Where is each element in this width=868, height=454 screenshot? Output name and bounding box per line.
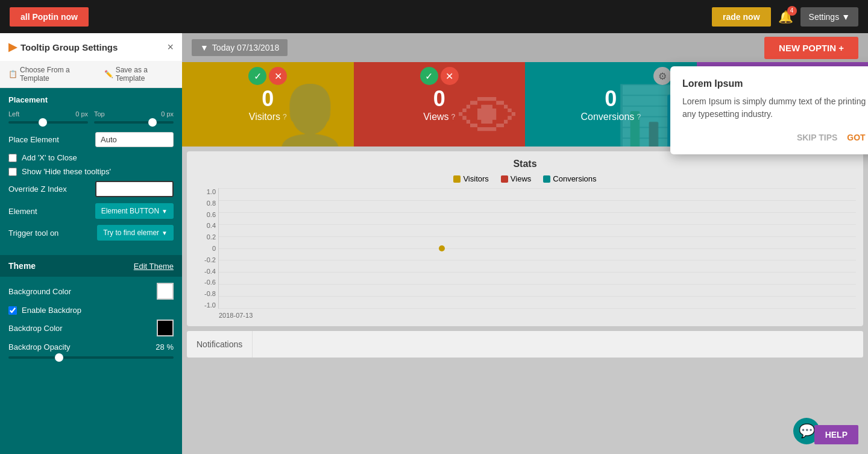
place-element-row: Place Element (8, 132, 174, 147)
conversions-label: Conversions ? (580, 112, 641, 122)
show-hide-label: Show 'Hide these tooltips' (22, 167, 111, 176)
bg-color-label: Background Color (8, 287, 71, 296)
gridline-5 (219, 236, 856, 237)
sidebar-header: ▶ Tooltip Group Settings × (0, 33, 182, 61)
gridline-9 (219, 284, 856, 285)
sidebar-icon: ▶ (8, 40, 17, 54)
sidebar-templates: 📋 Choose From a Template ✏️ Save as a Te… (0, 61, 182, 88)
override-z-input[interactable] (95, 181, 174, 197)
left-slider-thumb[interactable] (39, 118, 47, 127)
gridline-10 (219, 296, 856, 297)
show-hide-tooltips-row: Show 'Hide these tooltips' (8, 167, 174, 176)
backdrop-color-swatch[interactable] (157, 320, 174, 336)
element-caret: ▼ (162, 208, 168, 215)
new-poptin-button[interactable]: NEW POPTIN + (764, 37, 858, 59)
gridline-3 (219, 212, 856, 213)
chart-container: 1.0 0.8 0.6 0.4 0.2 0 -0.2 -0.4 -0.6 -0.… (194, 188, 856, 309)
date-bar: ▼ Today 07/13/2018 NEW POPTIN + (182, 33, 868, 62)
element-button[interactable]: Element BUTTON ▼ (95, 203, 174, 219)
place-element-label: Place Element (8, 135, 59, 144)
choose-template-button[interactable]: 📋 Choose From a Template (8, 66, 95, 83)
main-layout: ▶ Tooltip Group Settings × 📋 Choose From… (0, 33, 868, 454)
add-x-close-checkbox[interactable] (8, 154, 17, 162)
gridline-1 (219, 188, 856, 189)
edit-theme-button[interactable]: Edit Theme (134, 262, 174, 271)
bell-badge: 4 (787, 6, 797, 16)
gridline-8 (219, 272, 856, 273)
topbar-left: all Poptin now (10, 7, 89, 27)
chat-icon: 💬 (799, 423, 815, 439)
left-slider[interactable] (8, 121, 88, 124)
visitors-help-icon[interactable]: ? (283, 113, 287, 121)
conversions-help-icon[interactable]: ? (637, 113, 641, 121)
settings-menu[interactable]: Settings ▼ (800, 7, 858, 27)
conversions-settings-button[interactable]: ⚙ (653, 67, 671, 85)
place-element-input[interactable] (95, 132, 174, 147)
visitors-confirm-button[interactable]: ✓ (248, 67, 266, 85)
gridline-11 (219, 308, 856, 309)
placement-section: Placement Left 0 px Top 0 px (0, 88, 182, 254)
backdrop-color-row: Backdrop Color (0, 320, 182, 336)
backdrop-opacity-value: 28 % (156, 342, 174, 352)
date-select[interactable]: ▼ Today 07/13/2018 (192, 39, 288, 56)
element-label: Element (8, 207, 37, 216)
save-icon: ✏️ (104, 70, 113, 78)
chart-legend: Visitors Views Conversions (194, 174, 856, 183)
tooltip-actions: SKIP TIPS GOT IT (682, 133, 868, 142)
enable-backdrop-row: Enable Backdrop (0, 306, 182, 315)
placement-top: Top 0 px (94, 110, 174, 124)
opacity-slider-thumb[interactable] (55, 353, 63, 362)
chart-y-axis: 1.0 0.8 0.6 0.4 0.2 0 -0.2 -0.4 -0.6 -0.… (194, 188, 218, 309)
enable-backdrop-label: Enable Backdrop (22, 306, 81, 315)
trigger-caret: ▼ (162, 230, 168, 236)
sidebar: ▶ Tooltip Group Settings × 📋 Choose From… (0, 33, 182, 454)
views-bg-icon: 👁 (459, 83, 519, 147)
override-z-label: Override Z Index (8, 184, 67, 194)
top-slider[interactable] (94, 121, 174, 124)
bg-color-swatch[interactable] (157, 283, 174, 300)
skip-tips-button[interactable]: SKIP TIPS (797, 133, 837, 142)
opacity-slider[interactable] (8, 356, 174, 359)
views-cancel-button[interactable]: ✕ (441, 67, 459, 85)
topbar: all Poptin now rade now 🔔 4 Settings ▼ (0, 0, 868, 33)
got-it-button[interactable]: GOT IT (847, 133, 868, 142)
notifications-bell[interactable]: 🔔 4 (778, 10, 793, 24)
trigger-label: Trigger tool on (8, 229, 58, 238)
chart-x-label: 2018-07-13 (219, 312, 253, 319)
chart-data-dot (439, 245, 445, 251)
content-area: ▼ Today 07/13/2018 NEW POPTIN + ✓ ✕ 👤 0 … (182, 33, 868, 454)
gridline-6 (219, 248, 856, 249)
tooltip-popup: Lorem Ipsum Lorem Ipsum is simply dummy … (670, 66, 868, 154)
theme-row: Theme Edit Theme (8, 261, 174, 271)
legend-views: Views (501, 174, 531, 183)
save-template-button[interactable]: ✏️ Save as a Template (104, 66, 174, 83)
backdrop-color-label: Backdrop Color (8, 324, 63, 333)
placement-row: Left 0 px Top 0 px (8, 110, 174, 124)
add-x-close-row: Add 'X' to Close (8, 153, 174, 162)
sidebar-close-button[interactable]: × (167, 41, 174, 54)
legend-dot-conversions (543, 175, 550, 183)
views-help-icon[interactable]: ? (451, 113, 456, 121)
date-caret: ▼ (200, 43, 209, 52)
views-confirm-button[interactable]: ✓ (420, 67, 438, 85)
placement-label: Placement (8, 95, 174, 104)
backdrop-opacity-row: Backdrop Opacity 28 % (0, 342, 182, 352)
override-z-row: Override Z Index (8, 181, 174, 197)
upgrade-banner[interactable]: rade now (712, 7, 770, 27)
template-icon: 📋 (8, 70, 17, 78)
theme-label: Theme (8, 261, 36, 271)
show-hide-checkbox[interactable] (8, 168, 17, 176)
views-number: 0 (433, 86, 445, 112)
settings-label: Settings (809, 12, 840, 22)
placement-left: Left 0 px (8, 110, 88, 124)
promo-banner[interactable]: all Poptin now (10, 7, 89, 27)
top-slider-thumb[interactable] (148, 118, 157, 127)
trigger-button[interactable]: Try to find elemer ▼ (97, 225, 174, 241)
visitors-cancel-button[interactable]: ✕ (269, 67, 287, 85)
legend-visitors: Visitors (453, 174, 488, 183)
trigger-row: Trigger tool on Try to find elemer ▼ (8, 225, 174, 241)
enable-backdrop-checkbox[interactable] (8, 306, 17, 315)
legend-dot-visitors (453, 175, 461, 183)
help-button[interactable]: HELP (814, 425, 858, 444)
legend-conversions: Conversions (543, 174, 596, 183)
